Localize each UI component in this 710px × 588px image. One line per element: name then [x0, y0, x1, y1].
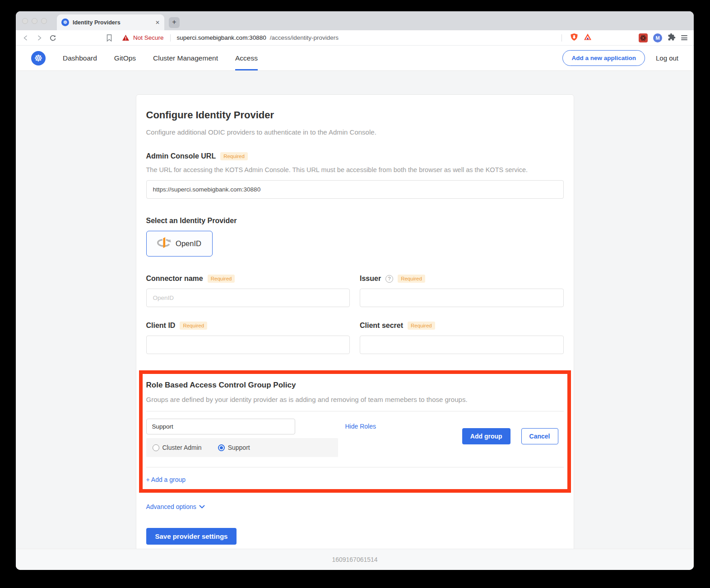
- maximize-window-icon[interactable]: [41, 18, 47, 24]
- new-tab-button[interactable]: +: [169, 17, 180, 28]
- not-secure-label: Not Secure: [133, 34, 164, 41]
- group-name-input[interactable]: [146, 419, 295, 434]
- url-host: superci.somebigbank.com:30880: [177, 34, 266, 41]
- required-badge: Required: [220, 152, 248, 160]
- admin-console-url-label: Admin Console URL: [146, 152, 216, 160]
- toolbar-separator: [562, 34, 562, 42]
- browser-tab[interactable]: ☸ Identity Providers ✕: [57, 14, 164, 30]
- required-badge: Required: [408, 322, 435, 330]
- app-footer: 1609167061514: [16, 549, 694, 570]
- extensions-puzzle-icon[interactable]: [668, 33, 676, 43]
- nav-item-gitops[interactable]: GitOps: [114, 46, 136, 70]
- nav-item-cluster-management[interactable]: Cluster Management: [153, 46, 218, 70]
- nav-item-dashboard[interactable]: Dashboard: [63, 46, 97, 70]
- url-path: /access/identity-providers: [270, 34, 339, 41]
- nav-item-access[interactable]: Access: [235, 46, 258, 70]
- add-group-button[interactable]: Add group: [462, 428, 510, 444]
- bookmark-icon[interactable]: [106, 34, 113, 42]
- client-id-label: Client ID: [146, 322, 176, 330]
- connector-name-input[interactable]: [146, 289, 350, 307]
- toolbar-extensions: M: [559, 33, 687, 43]
- role-label: Cluster Admin: [162, 444, 202, 451]
- url-bar[interactable]: Not Secure superci.somebigbank.com:30880…: [122, 34, 552, 42]
- add-new-application-button[interactable]: Add a new application: [562, 50, 645, 66]
- openid-provider-tile[interactable]: OpenID: [146, 231, 213, 257]
- main-content: Configure Identity Provider Configure ad…: [16, 71, 694, 549]
- required-badge: Required: [180, 322, 207, 330]
- rbac-divider-bottom: [146, 467, 564, 467]
- footer-timestamp: 1609167061514: [332, 556, 377, 563]
- openid-provider-name: OpenID: [176, 239, 201, 248]
- extension-red-icon[interactable]: [639, 33, 648, 42]
- tab-title: Identity Providers: [73, 19, 152, 26]
- issuer-label: Issuer: [360, 275, 381, 283]
- save-provider-settings-button[interactable]: Save provider settings: [146, 528, 237, 545]
- tab-strip: ☸ Identity Providers ✕ +: [16, 11, 694, 30]
- close-window-icon[interactable]: [22, 18, 28, 24]
- rbac-divider-top: [146, 411, 564, 411]
- kubernetes-favicon-icon: ☸: [61, 19, 69, 26]
- kubernetes-logo-icon: ☸: [31, 51, 46, 65]
- admin-console-url-help: The URL for accessing the KOTS Admin Con…: [146, 166, 564, 173]
- browser-menu-icon[interactable]: [681, 34, 687, 42]
- logout-link[interactable]: Log out: [656, 54, 678, 62]
- forward-icon[interactable]: [36, 34, 43, 42]
- openid-logo-icon: [157, 237, 172, 251]
- rbac-title: Role Based Access Control Group Policy: [146, 381, 564, 390]
- issuer-help-icon[interactable]: ?: [385, 275, 393, 283]
- identity-provider-card: Configure Identity Provider Configure ad…: [136, 94, 574, 549]
- page-title: Configure Identity Provider: [146, 109, 564, 121]
- client-secret-input[interactable]: [360, 336, 564, 354]
- browser-window: ☸ Identity Providers ✕ + Not Secure supe…: [16, 11, 694, 570]
- add-a-group-link[interactable]: + Add a group: [146, 476, 186, 483]
- cancel-button[interactable]: Cancel: [521, 428, 558, 444]
- page-subtitle: Configure additional ODIC providers to a…: [146, 128, 564, 136]
- admin-console-url-input[interactable]: [146, 180, 564, 199]
- minimize-window-icon[interactable]: [32, 18, 37, 24]
- back-icon[interactable]: [22, 34, 29, 42]
- chevron-down-icon: [199, 505, 205, 509]
- role-radio-cluster-admin[interactable]: Cluster Admin: [153, 444, 202, 451]
- advanced-options-link[interactable]: Advanced options: [146, 503, 205, 510]
- radio-checked-icon[interactable]: [218, 444, 225, 451]
- rbac-description: Groups are defined by your identity prov…: [146, 396, 564, 403]
- client-secret-label: Client secret: [360, 322, 403, 330]
- url-separator: [170, 34, 171, 42]
- required-badge: Required: [208, 275, 235, 283]
- client-id-input[interactable]: [146, 336, 350, 354]
- close-tab-icon[interactable]: ✕: [155, 19, 160, 26]
- rbac-highlight-annotation: Role Based Access Control Group Policy G…: [139, 370, 571, 493]
- hide-roles-link[interactable]: Hide Roles: [345, 423, 376, 430]
- warning-triangle-icon: [122, 34, 130, 41]
- role-label: Support: [228, 444, 250, 451]
- roles-panel: Cluster Admin Support: [146, 438, 338, 457]
- role-radio-support[interactable]: Support: [218, 444, 250, 451]
- reload-icon[interactable]: [49, 34, 56, 42]
- issuer-input[interactable]: [360, 289, 564, 307]
- connector-name-label: Connector name: [146, 275, 203, 283]
- brave-shield-icon[interactable]: [570, 33, 578, 43]
- advanced-options-label: Advanced options: [146, 503, 196, 510]
- required-badge: Required: [398, 275, 425, 283]
- browser-toolbar: Not Secure superci.somebigbank.com:30880…: [16, 30, 694, 46]
- radio-unchecked-icon[interactable]: [153, 444, 159, 451]
- profile-avatar-icon[interactable]: M: [653, 33, 662, 42]
- select-provider-label: Select an Identity Provider: [146, 217, 237, 225]
- window-controls: [22, 11, 47, 30]
- app-nav: Dashboard GitOps Cluster Management Acce…: [63, 46, 258, 70]
- bat-rewards-icon[interactable]: [584, 33, 592, 42]
- app-header: ☸ Dashboard GitOps Cluster Management Ac…: [16, 46, 694, 71]
